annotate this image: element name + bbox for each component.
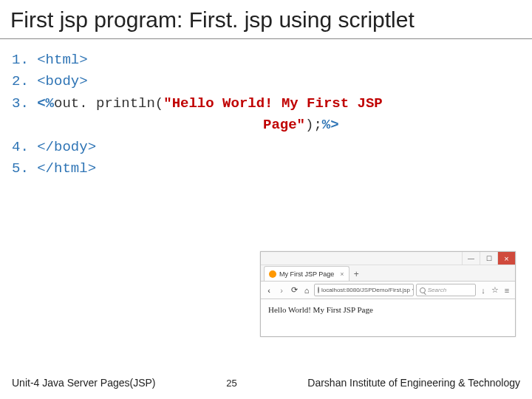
url-bar[interactable]: localhost:8080/JSPDemo/First.jsp ▾ bbox=[314, 284, 414, 296]
home-button[interactable]: ⌂ bbox=[301, 285, 312, 296]
code-token: </html> bbox=[37, 160, 96, 177]
browser-tab[interactable]: My First JSP Page × bbox=[264, 266, 349, 281]
slide-footer: Unit-4 Java Server Pages(JSP) 25 Darshan… bbox=[0, 377, 532, 389]
string-token: Page" bbox=[263, 117, 305, 133]
dropdown-icon[interactable]: ▾ bbox=[412, 287, 414, 293]
line-number: 1. bbox=[12, 52, 29, 68]
line-number: 3. bbox=[12, 95, 29, 112]
code-block: 1. <html> 2. <body> 3. <%out. println("H… bbox=[0, 39, 532, 180]
back-button[interactable]: ‹ bbox=[264, 285, 274, 296]
browser-toolbar: ‹ › ⟳ ⌂ localhost:8080/JSPDemo/First.jsp… bbox=[261, 282, 515, 299]
slide-number: 25 bbox=[226, 378, 236, 389]
footer-right: Darshan Institute of Engineering & Techn… bbox=[307, 377, 520, 389]
browser-window: — ☐ × My First JSP Page × + ‹ › ⟳ ⌂ loca… bbox=[260, 251, 516, 337]
code-line-3: 3. <%out. println("Hello World! My First… bbox=[12, 93, 520, 115]
search-bar[interactable]: Search bbox=[416, 284, 476, 296]
code-line-5: 5. </html> bbox=[12, 158, 520, 180]
code-line-2: 2. <body> bbox=[12, 71, 520, 92]
download-button[interactable]: ↓ bbox=[478, 285, 488, 296]
search-icon bbox=[420, 287, 426, 293]
code-line-1: 1. <html> bbox=[12, 50, 520, 71]
browser-content: Hello World! My First JSP Page bbox=[261, 299, 515, 320]
code-line-3b: Page");%> bbox=[12, 115, 520, 136]
slide-title: First jsp program: First. jsp using scri… bbox=[0, 0, 532, 39]
code-token: out. println( bbox=[54, 95, 163, 112]
forward-button[interactable]: › bbox=[276, 285, 287, 296]
window-close-button[interactable]: × bbox=[497, 252, 515, 265]
code-token: <html> bbox=[37, 52, 87, 68]
bookmark-button[interactable]: ☆ bbox=[490, 285, 500, 296]
favicon-icon bbox=[269, 270, 276, 278]
code-token: <body> bbox=[37, 73, 87, 89]
browser-tabstrip: My First JSP Page × + bbox=[261, 265, 515, 282]
window-maximize-button[interactable]: ☐ bbox=[480, 252, 497, 265]
reload-button[interactable]: ⟳ bbox=[289, 285, 299, 296]
search-placeholder: Search bbox=[428, 287, 446, 293]
footer-left: Unit-4 Java Server Pages(JSP) bbox=[12, 377, 156, 389]
url-text: localhost:8080/JSPDemo/First.jsp bbox=[321, 287, 410, 293]
code-token: </body> bbox=[37, 139, 96, 155]
new-tab-button[interactable]: + bbox=[354, 269, 359, 281]
code-line-4: 4. </body> bbox=[12, 137, 520, 158]
window-titlebar: — ☐ × bbox=[261, 252, 515, 265]
tab-title: My First JSP Page bbox=[279, 270, 334, 278]
code-token: ); bbox=[305, 117, 322, 133]
toolbar-right: ↓ ☆ ≡ bbox=[478, 285, 512, 296]
line-number: 4. bbox=[12, 139, 29, 155]
tab-close-icon[interactable]: × bbox=[340, 270, 344, 278]
globe-icon bbox=[318, 287, 319, 293]
scriptlet-open: <% bbox=[37, 95, 54, 112]
page-text: Hello World! My First JSP Page bbox=[268, 305, 373, 314]
line-number: 5. bbox=[12, 160, 29, 177]
scriptlet-close: %> bbox=[322, 117, 339, 133]
menu-button[interactable]: ≡ bbox=[502, 285, 512, 296]
string-token: "Hello World! My First JSP bbox=[163, 95, 391, 112]
line-number: 2. bbox=[12, 73, 29, 89]
window-minimize-button[interactable]: — bbox=[462, 252, 480, 265]
